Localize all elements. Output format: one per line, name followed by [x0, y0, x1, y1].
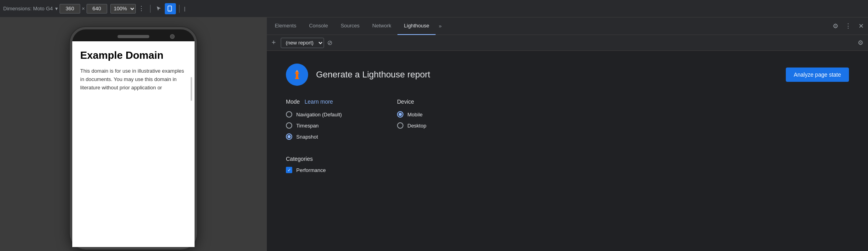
dropdown-arrow[interactable]: ▾ — [55, 6, 58, 12]
device-mobile-option[interactable]: Mobile — [397, 111, 476, 118]
phone-camera — [170, 34, 175, 39]
width-input[interactable] — [60, 4, 80, 14]
dimensions-label: Dimensions: Moto G4 — [3, 6, 53, 12]
report-bar: + (new report) ⊘ ⚙ — [267, 35, 868, 51]
phone-notch-area — [72, 29, 195, 38]
mode-snapshot-option[interactable]: Snapshot — [286, 133, 365, 140]
page-body: This domain is for use in illustrative e… — [80, 67, 187, 92]
lighthouse-header: Generate a Lighthouse report Analyze pag… — [286, 64, 849, 86]
mode-navigation-label: Navigation (Default) — [296, 112, 342, 118]
category-performance-checkbox[interactable]: ✓ — [286, 167, 292, 173]
svg-rect-4 — [296, 73, 298, 79]
tab-elements[interactable]: Elements — [268, 17, 303, 35]
report-cancel-button[interactable]: ⊘ — [327, 39, 332, 46]
categories-section: Categories ✓ Performance — [286, 156, 849, 173]
device-desktop-radio[interactable] — [397, 122, 403, 129]
device-mobile-radio[interactable] — [397, 111, 403, 118]
category-performance-row: ✓ Performance — [286, 167, 849, 173]
devtools-tab-bar: Elements Console Sources Network Lightho… — [267, 17, 868, 35]
page-title: Example Domain — [80, 49, 187, 62]
zoom-select[interactable]: 100% 50% 75% 150% — [110, 4, 136, 14]
device-header: Device — [397, 98, 476, 105]
browser-preview: Example Domain This domain is for use in… — [0, 17, 267, 251]
tab-lighthouse[interactable]: Lighthouse — [397, 17, 436, 35]
tab-more-button[interactable]: » — [436, 23, 445, 29]
lighthouse-content: Generate a Lighthouse report Analyze pag… — [267, 51, 868, 251]
device-mobile-label: Mobile — [407, 112, 422, 118]
category-performance-label: Performance — [296, 167, 326, 173]
devtools-close-button[interactable]: ✕ — [855, 21, 866, 32]
phone-screen: Example Domain This domain is for use in… — [72, 41, 195, 247]
mode-snapshot-label: Snapshot — [296, 134, 318, 140]
report-settings-button[interactable]: ⚙ — [858, 39, 863, 46]
phone-mockup: Example Domain This domain is for use in… — [70, 27, 197, 249]
tab-network[interactable]: Network — [366, 17, 398, 35]
lighthouse-title: Generate a Lighthouse report — [316, 70, 786, 80]
lighthouse-options: Mode Learn more Navigation (Default) Tim… — [286, 98, 849, 145]
top-toolbar: Dimensions: Moto G4 ▾ × 100% 50% 75% 150… — [0, 0, 868, 17]
devtools-settings-button[interactable]: ⚙ — [830, 21, 841, 32]
devtools-separator: | — [184, 6, 185, 12]
categories-title: Categories — [286, 156, 849, 162]
more-options-button[interactable]: ⋮ — [136, 3, 147, 14]
learn-more-link[interactable]: Learn more — [305, 98, 333, 105]
cursor-tool-button[interactable] — [154, 3, 165, 14]
devtools-right-icons: ⚙ ⋮ ✕ — [830, 21, 866, 32]
device-group: Device Mobile Desktop — [397, 98, 476, 145]
add-report-button[interactable]: + — [272, 39, 276, 47]
device-desktop-option[interactable]: Desktop — [397, 122, 476, 129]
mode-group: Mode Learn more Navigation (Default) Tim… — [286, 98, 365, 145]
mode-header: Mode Learn more — [286, 98, 365, 105]
device-toggle-button[interactable] — [165, 3, 176, 14]
tab-console[interactable]: Console — [303, 17, 334, 35]
device-desktop-label: Desktop — [407, 123, 426, 129]
mode-title: Mode — [286, 98, 300, 105]
mode-snapshot-radio[interactable] — [286, 133, 292, 140]
height-input[interactable] — [87, 4, 107, 14]
device-title: Device — [397, 98, 414, 105]
tab-sources[interactable]: Sources — [334, 17, 366, 35]
analyze-button[interactable]: Analyze page state — [786, 68, 849, 82]
svg-rect-5 — [295, 78, 299, 79]
mode-timespan-option[interactable]: Timespan — [286, 122, 365, 129]
report-select[interactable]: (new report) — [281, 38, 324, 48]
mode-navigation-option[interactable]: Navigation (Default) — [286, 111, 365, 118]
toolbar-separator-2 — [179, 5, 179, 13]
mode-timespan-label: Timespan — [296, 123, 319, 129]
lighthouse-logo — [286, 64, 308, 86]
toolbar-separator — [150, 5, 150, 13]
phone-pill — [118, 35, 149, 38]
mode-navigation-radio[interactable] — [286, 111, 292, 118]
svg-point-1 — [169, 10, 170, 10]
devtools-panel: Elements Console Sources Network Lightho… — [267, 17, 868, 251]
phone-scrollbar[interactable] — [191, 77, 192, 101]
main-area: Example Domain This domain is for use in… — [0, 17, 868, 251]
dimension-separator: × — [82, 6, 85, 12]
mode-timespan-radio[interactable] — [286, 122, 292, 129]
devtools-more-button[interactable]: ⋮ — [843, 21, 854, 32]
